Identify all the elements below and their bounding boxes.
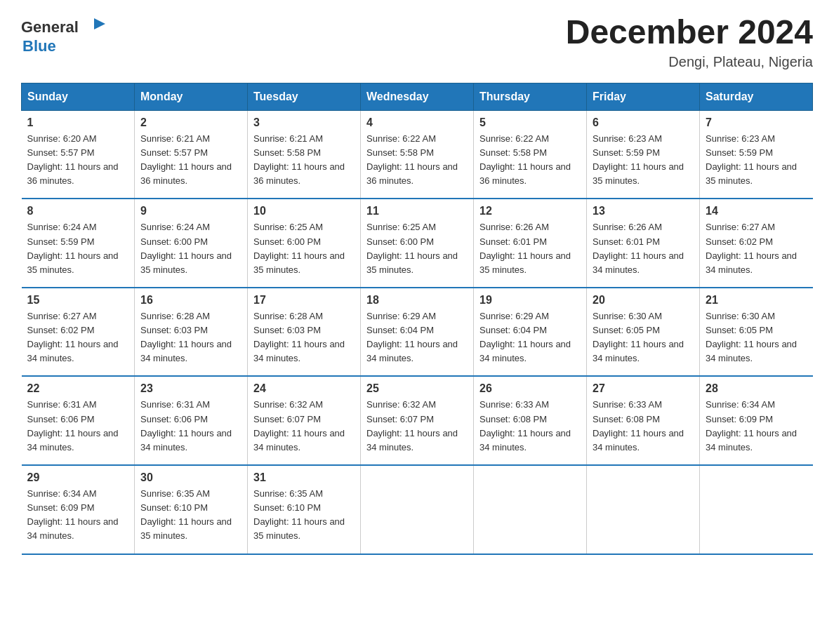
calendar-header: Sunday Monday Tuesday Wednesday Thursday… <box>22 83 813 110</box>
day-number: 22 <box>27 382 129 395</box>
day-info: Sunrise: 6:32 AM Sunset: 6:07 PM Dayligh… <box>253 398 355 455</box>
day-number: 15 <box>27 294 129 307</box>
table-row: 2 Sunrise: 6:21 AM Sunset: 5:57 PM Dayli… <box>135 110 248 199</box>
table-row: 11 Sunrise: 6:25 AM Sunset: 6:00 PM Dayl… <box>361 199 474 288</box>
table-row: 21 Sunrise: 6:30 AM Sunset: 6:05 PM Dayl… <box>700 288 813 377</box>
table-row: 5 Sunrise: 6:22 AM Sunset: 5:58 PM Dayli… <box>474 110 587 199</box>
day-number: 4 <box>366 116 468 129</box>
table-row: 17 Sunrise: 6:28 AM Sunset: 6:03 PM Dayl… <box>248 288 361 377</box>
day-number: 7 <box>706 116 807 129</box>
table-row: 8 Sunrise: 6:24 AM Sunset: 5:59 PM Dayli… <box>22 199 135 288</box>
table-row <box>587 465 700 554</box>
col-monday: Monday <box>135 83 248 110</box>
day-number: 26 <box>479 382 581 395</box>
day-info: Sunrise: 6:33 AM Sunset: 6:08 PM Dayligh… <box>593 398 694 455</box>
day-number: 19 <box>479 294 581 307</box>
table-row: 23 Sunrise: 6:31 AM Sunset: 6:06 PM Dayl… <box>135 376 248 465</box>
day-info: Sunrise: 6:26 AM Sunset: 6:01 PM Dayligh… <box>479 220 581 277</box>
day-number: 2 <box>140 116 241 129</box>
day-number: 25 <box>366 382 468 395</box>
day-info: Sunrise: 6:35 AM Sunset: 6:10 PM Dayligh… <box>140 487 241 544</box>
day-number: 24 <box>253 382 355 395</box>
table-row: 10 Sunrise: 6:25 AM Sunset: 6:00 PM Dayl… <box>248 199 361 288</box>
day-number: 5 <box>479 116 581 129</box>
table-row: 20 Sunrise: 6:30 AM Sunset: 6:05 PM Dayl… <box>587 288 700 377</box>
day-number: 18 <box>366 294 468 307</box>
col-friday: Friday <box>587 83 700 110</box>
table-row: 6 Sunrise: 6:23 AM Sunset: 5:59 PM Dayli… <box>587 110 700 199</box>
day-number: 14 <box>706 205 807 217</box>
day-info: Sunrise: 6:29 AM Sunset: 6:04 PM Dayligh… <box>366 309 468 366</box>
day-info: Sunrise: 6:30 AM Sunset: 6:05 PM Dayligh… <box>706 309 807 366</box>
day-number: 3 <box>253 116 355 129</box>
page-header: General Blue December 2024 Dengi, Platea… <box>21 14 813 70</box>
table-row: 15 Sunrise: 6:27 AM Sunset: 6:02 PM Dayl… <box>22 288 135 377</box>
day-info: Sunrise: 6:35 AM Sunset: 6:10 PM Dayligh… <box>253 487 355 544</box>
day-info: Sunrise: 6:29 AM Sunset: 6:04 PM Dayligh… <box>479 309 581 366</box>
table-row: 31 Sunrise: 6:35 AM Sunset: 6:10 PM Dayl… <box>248 465 361 554</box>
table-row: 14 Sunrise: 6:27 AM Sunset: 6:02 PM Dayl… <box>700 199 813 288</box>
day-info: Sunrise: 6:22 AM Sunset: 5:58 PM Dayligh… <box>479 132 581 189</box>
day-number: 1 <box>27 116 129 129</box>
table-row: 28 Sunrise: 6:34 AM Sunset: 6:09 PM Dayl… <box>700 376 813 465</box>
col-tuesday: Tuesday <box>248 83 361 110</box>
day-info: Sunrise: 6:20 AM Sunset: 5:57 PM Dayligh… <box>27 132 129 189</box>
table-row: 24 Sunrise: 6:32 AM Sunset: 6:07 PM Dayl… <box>248 376 361 465</box>
day-number: 11 <box>366 205 468 217</box>
day-info: Sunrise: 6:31 AM Sunset: 6:06 PM Dayligh… <box>140 398 241 455</box>
table-row: 30 Sunrise: 6:35 AM Sunset: 6:10 PM Dayl… <box>135 465 248 554</box>
day-number: 17 <box>253 294 355 307</box>
day-number: 28 <box>706 382 807 395</box>
table-row: 12 Sunrise: 6:26 AM Sunset: 6:01 PM Dayl… <box>474 199 587 288</box>
title-block: December 2024 Dengi, Plateau, Nigeria <box>566 14 813 70</box>
table-row: 27 Sunrise: 6:33 AM Sunset: 6:08 PM Dayl… <box>587 376 700 465</box>
day-info: Sunrise: 6:32 AM Sunset: 6:07 PM Dayligh… <box>366 398 468 455</box>
table-row: 4 Sunrise: 6:22 AM Sunset: 5:58 PM Dayli… <box>361 110 474 199</box>
day-info: Sunrise: 6:27 AM Sunset: 6:02 PM Dayligh… <box>27 309 129 366</box>
location: Dengi, Plateau, Nigeria <box>566 54 813 70</box>
day-number: 27 <box>593 382 694 395</box>
calendar-body: 1 Sunrise: 6:20 AM Sunset: 5:57 PM Dayli… <box>22 110 813 554</box>
table-row: 1 Sunrise: 6:20 AM Sunset: 5:57 PM Dayli… <box>22 110 135 199</box>
table-row: 16 Sunrise: 6:28 AM Sunset: 6:03 PM Dayl… <box>135 288 248 377</box>
day-number: 29 <box>27 471 129 484</box>
day-info: Sunrise: 6:28 AM Sunset: 6:03 PM Dayligh… <box>140 309 241 366</box>
day-number: 30 <box>140 471 241 484</box>
table-row: 18 Sunrise: 6:29 AM Sunset: 6:04 PM Dayl… <box>361 288 474 377</box>
table-row <box>700 465 813 554</box>
table-row: 3 Sunrise: 6:21 AM Sunset: 5:58 PM Dayli… <box>248 110 361 199</box>
table-row: 26 Sunrise: 6:33 AM Sunset: 6:08 PM Dayl… <box>474 376 587 465</box>
day-number: 13 <box>593 205 694 217</box>
calendar-table: Sunday Monday Tuesday Wednesday Thursday… <box>21 83 813 555</box>
table-row <box>474 465 587 554</box>
day-info: Sunrise: 6:21 AM Sunset: 5:58 PM Dayligh… <box>253 132 355 189</box>
day-info: Sunrise: 6:26 AM Sunset: 6:01 PM Dayligh… <box>593 220 694 277</box>
day-number: 16 <box>140 294 241 307</box>
day-info: Sunrise: 6:28 AM Sunset: 6:03 PM Dayligh… <box>253 309 355 366</box>
day-info: Sunrise: 6:24 AM Sunset: 6:00 PM Dayligh… <box>140 220 241 277</box>
logo-general: General <box>21 19 79 36</box>
day-info: Sunrise: 6:25 AM Sunset: 6:00 PM Dayligh… <box>253 220 355 277</box>
col-wednesday: Wednesday <box>361 83 474 110</box>
day-number: 10 <box>253 205 355 217</box>
logo-flag-icon <box>80 14 107 41</box>
logo: General Blue <box>21 14 107 55</box>
col-saturday: Saturday <box>700 83 813 110</box>
day-info: Sunrise: 6:23 AM Sunset: 5:59 PM Dayligh… <box>706 132 807 189</box>
month-title: December 2024 <box>566 14 813 51</box>
table-row <box>361 465 474 554</box>
day-number: 31 <box>253 471 355 484</box>
day-info: Sunrise: 6:24 AM Sunset: 5:59 PM Dayligh… <box>27 220 129 277</box>
table-row: 13 Sunrise: 6:26 AM Sunset: 6:01 PM Dayl… <box>587 199 700 288</box>
day-info: Sunrise: 6:34 AM Sunset: 6:09 PM Dayligh… <box>27 487 129 544</box>
day-number: 6 <box>593 116 694 129</box>
day-info: Sunrise: 6:34 AM Sunset: 6:09 PM Dayligh… <box>706 398 807 455</box>
col-sunday: Sunday <box>22 83 135 110</box>
col-thursday: Thursday <box>474 83 587 110</box>
table-row: 25 Sunrise: 6:32 AM Sunset: 6:07 PM Dayl… <box>361 376 474 465</box>
table-row: 9 Sunrise: 6:24 AM Sunset: 6:00 PM Dayli… <box>135 199 248 288</box>
table-row: 22 Sunrise: 6:31 AM Sunset: 6:06 PM Dayl… <box>22 376 135 465</box>
day-info: Sunrise: 6:22 AM Sunset: 5:58 PM Dayligh… <box>366 132 468 189</box>
day-info: Sunrise: 6:21 AM Sunset: 5:57 PM Dayligh… <box>140 132 241 189</box>
day-number: 21 <box>706 294 807 307</box>
